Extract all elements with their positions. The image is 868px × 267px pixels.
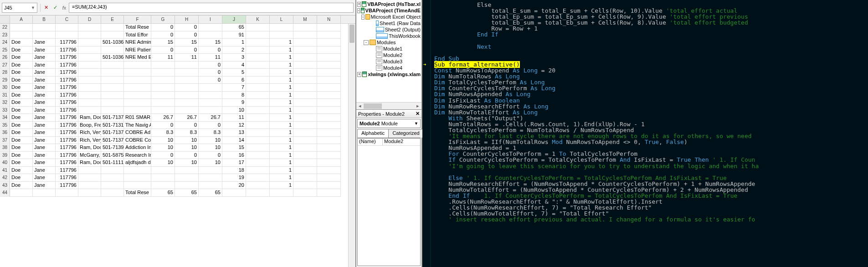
cell-J37[interactable]: 14: [222, 137, 246, 144]
cell-K25[interactable]: [246, 46, 270, 54]
cell-N33[interactable]: [317, 107, 341, 114]
cell-L34[interactable]: 1: [270, 114, 293, 122]
properties-object-combo[interactable]: Module2 Module ▼: [357, 119, 421, 128]
cell-H25[interactable]: 0: [175, 46, 199, 54]
column-header-L[interactable]: L: [270, 15, 293, 23]
cell-J31[interactable]: 8: [222, 92, 246, 99]
cell-M38[interactable]: [293, 144, 317, 152]
cell-K28[interactable]: [246, 69, 270, 77]
cell-E32[interactable]: [101, 99, 124, 107]
cell-K26[interactable]: [246, 54, 270, 62]
cell-M35[interactable]: [293, 122, 317, 129]
cell-N23[interactable]: [317, 31, 341, 39]
column-header-N[interactable]: N: [317, 15, 341, 23]
cell-C28[interactable]: 117796: [56, 69, 78, 77]
row-header[interactable]: 34: [0, 114, 10, 122]
cell-D28[interactable]: [78, 69, 101, 77]
row-header[interactable]: 24: [0, 39, 10, 46]
cell-I30[interactable]: [199, 84, 222, 92]
cell-I44[interactable]: 65: [199, 189, 222, 197]
cell-M43[interactable]: [293, 182, 317, 190]
cell-K44[interactable]: [246, 189, 270, 197]
cell-N38[interactable]: [317, 144, 341, 152]
cell-G24[interactable]: 15: [151, 39, 175, 46]
cell-N28[interactable]: [317, 69, 341, 77]
cell-N27[interactable]: [317, 62, 341, 69]
cell-F39[interactable]: Research Internal: [124, 152, 151, 159]
code-line[interactable]: Dim IsFixLast As Boolean: [434, 98, 868, 103]
cell-B43[interactable]: Jane: [33, 182, 56, 190]
cell-C33[interactable]: 117796: [56, 107, 78, 114]
cell-M41[interactable]: [293, 167, 317, 175]
cell-G22[interactable]: 0: [151, 24, 175, 31]
cell-L44[interactable]: [270, 189, 293, 197]
cell-H31[interactable]: [175, 92, 199, 99]
cell-G33[interactable]: [151, 107, 175, 114]
cell-G41[interactable]: [151, 167, 175, 175]
cell-L31[interactable]: 1: [270, 92, 293, 99]
column-header-M[interactable]: M: [293, 15, 317, 23]
cell-A28[interactable]: Doe: [10, 69, 33, 77]
name-box[interactable]: J45 ▼: [2, 3, 37, 13]
tree-node[interactable]: Sheet2 (Output): [357, 26, 421, 33]
cell-D34[interactable]: Ram, Dod: [78, 114, 101, 122]
code-line[interactable]: ' insert reseach effort previous and act…: [434, 216, 868, 222]
cell-B38[interactable]: Jane: [33, 144, 56, 152]
cell-A25[interactable]: Doe: [10, 46, 33, 54]
cell-N44[interactable]: [317, 189, 341, 197]
cell-B42[interactable]: Jane: [33, 174, 56, 182]
cell-L25[interactable]: 1: [270, 46, 293, 54]
code-line[interactable]: Dim NumRowResearchEffort As Long: [434, 103, 868, 109]
cell-N35[interactable]: [317, 122, 341, 129]
cell-B40[interactable]: Jane: [33, 159, 56, 167]
cell-B32[interactable]: Jane: [33, 99, 56, 107]
cell-F26[interactable]: NRE Med Ed: [124, 54, 151, 62]
cell-E24[interactable]: 501-1036: [101, 39, 124, 46]
cell-K29[interactable]: [246, 77, 270, 84]
cell-D23[interactable]: [78, 31, 101, 39]
code-line[interactable]: NumTotalRows = .Cells(.Rows.Count, 1).En…: [434, 121, 868, 127]
cell-A22[interactable]: [10, 24, 33, 31]
cell-I37[interactable]: 10: [199, 137, 222, 144]
cell-M39[interactable]: [293, 152, 317, 159]
cell-F37[interactable]: COBRE Co NIH: [124, 137, 151, 144]
row-header[interactable]: 23: [0, 31, 10, 39]
cell-F27[interactable]: [124, 62, 151, 69]
cell-G39[interactable]: 0: [151, 152, 175, 159]
cell-K41[interactable]: [246, 167, 270, 175]
cell-N30[interactable]: [317, 84, 341, 92]
cell-G37[interactable]: 10: [151, 137, 175, 144]
cell-L35[interactable]: 1: [270, 122, 293, 129]
cell-L37[interactable]: 1: [270, 137, 293, 144]
cell-C44[interactable]: [56, 189, 78, 197]
cell-N36[interactable]: [317, 129, 341, 137]
row-header[interactable]: 27: [0, 62, 10, 69]
column-header-D[interactable]: D: [78, 15, 101, 23]
cell-L23[interactable]: [270, 31, 293, 39]
cell-L33[interactable]: 1: [270, 107, 293, 114]
row-header[interactable]: 32: [0, 99, 10, 107]
cell-H36[interactable]: 8.3: [175, 129, 199, 137]
cell-J22[interactable]: 65: [222, 24, 246, 31]
cell-J38[interactable]: 15: [222, 144, 246, 152]
cell-D25[interactable]: [78, 46, 101, 54]
cell-I26[interactable]: 11: [199, 54, 222, 62]
scroll-left-icon[interactable]: ◂: [356, 103, 364, 109]
tree-node[interactable]: Module1: [357, 46, 421, 52]
cell-M22[interactable]: [293, 24, 317, 31]
close-icon[interactable]: ✕: [416, 111, 420, 117]
cell-H32[interactable]: [175, 99, 199, 107]
row-header[interactable]: 31: [0, 92, 10, 99]
cell-F42[interactable]: [124, 174, 151, 182]
cell-G32[interactable]: [151, 99, 175, 107]
cell-L39[interactable]: 1: [270, 152, 293, 159]
cell-E26[interactable]: 501-1036: [101, 54, 124, 62]
cell-J25[interactable]: 2: [222, 46, 246, 54]
tab-categorized[interactable]: Categorized: [388, 129, 423, 138]
cell-C29[interactable]: 117796: [56, 77, 78, 84]
cell-A31[interactable]: Doe: [10, 92, 33, 99]
cell-K38[interactable]: [246, 144, 270, 152]
cell-E40[interactable]: 501-1111: [101, 159, 124, 167]
tree-node[interactable]: +xlwings (xlwings.xlam: [357, 71, 421, 77]
row-header[interactable]: 43: [0, 182, 10, 190]
